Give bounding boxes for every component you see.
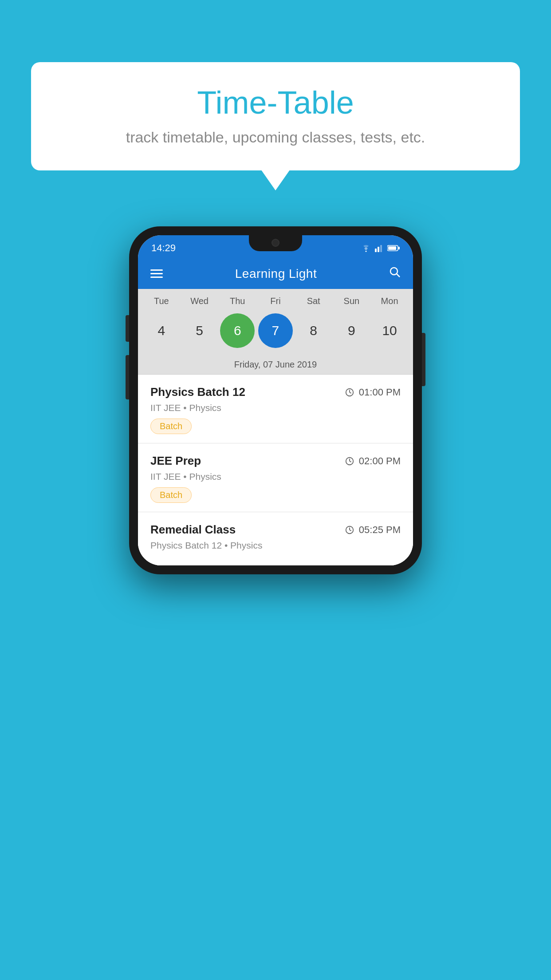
batch-tag: Batch [150,419,192,434]
bubble-title: Time-Table [58,84,493,121]
calendar-day-label: Sun [334,296,369,306]
svg-rect-1 [378,247,379,252]
calendar-day-label: Thu [220,296,255,306]
class-name: Physics Batch 12 [150,385,245,399]
phone-mockup: 14:29 [129,226,422,574]
status-icons [361,244,400,252]
class-item-header: Remedial Class05:25 PM [150,523,401,537]
class-name: Remedial Class [150,523,236,537]
svg-point-6 [390,268,398,275]
svg-rect-0 [375,249,377,252]
phone-frame: 14:29 [129,226,422,574]
calendar-date-4[interactable]: 4 [144,313,179,348]
svg-rect-5 [398,247,400,249]
class-item-header: Physics Batch 1201:00 PM [150,385,401,399]
calendar-date-10[interactable]: 10 [372,313,407,348]
class-item[interactable]: JEE Prep02:00 PMIIT JEE • PhysicsBatch [138,443,413,512]
calendar-day-label: Mon [372,296,407,306]
calendar-day-label: Wed [182,296,217,306]
volume-up-button [126,315,129,342]
class-subtitle: Physics Batch 12 • Physics [150,540,401,551]
svg-rect-4 [388,246,396,250]
menu-button[interactable] [150,269,163,278]
class-time: 05:25 PM [345,524,401,536]
svg-line-10 [350,392,351,393]
selected-date-label: Friday, 07 June 2019 [138,355,413,375]
class-time: 02:00 PM [345,455,401,467]
wifi-icon [361,244,371,252]
class-item[interactable]: Physics Batch 1201:00 PMIIT JEE • Physic… [138,375,413,443]
calendar-date-8[interactable]: 8 [296,313,331,348]
calendar-day-label: Sat [296,296,331,306]
status-time: 14:29 [151,242,176,254]
class-list: Physics Batch 1201:00 PMIIT JEE • Physic… [138,375,413,565]
volume-down-button [126,355,129,399]
search-button[interactable] [389,266,401,281]
calendar-days-header: TueWedThuFriSatSunMon [138,289,413,310]
bubble-subtitle: track timetable, upcoming classes, tests… [58,129,493,146]
power-button [422,333,425,386]
svg-line-16 [350,530,351,531]
speech-bubble: Time-Table track timetable, upcoming cla… [31,62,520,170]
phone-screen: 14:29 [138,235,413,565]
app-bar: Learning Light [138,258,413,289]
class-subtitle: IIT JEE • Physics [150,403,401,413]
camera [272,239,279,247]
battery-icon [387,245,400,251]
class-subtitle: IIT JEE • Physics [150,471,401,482]
calendar-dates-row[interactable]: 45678910 [138,310,413,355]
calendar-day-label: Fri [258,296,293,306]
svg-rect-2 [380,245,382,252]
phone-notch [249,235,302,251]
class-name: JEE Prep [150,454,201,468]
calendar-date-7[interactable]: 7 [258,313,293,348]
class-item[interactable]: Remedial Class05:25 PMPhysics Batch 12 •… [138,512,413,565]
svg-line-13 [350,461,351,462]
calendar-date-6[interactable]: 6 [220,313,255,348]
calendar-day-label: Tue [144,296,179,306]
signal-icon [375,244,384,252]
svg-line-7 [397,274,400,277]
app-title: Learning Light [235,267,317,281]
batch-tag: Batch [150,487,192,503]
class-item-header: JEE Prep02:00 PM [150,454,401,468]
calendar-date-9[interactable]: 9 [334,313,369,348]
speech-bubble-container: Time-Table track timetable, upcoming cla… [31,62,520,170]
class-time: 01:00 PM [345,387,401,398]
calendar-date-5[interactable]: 5 [182,313,217,348]
